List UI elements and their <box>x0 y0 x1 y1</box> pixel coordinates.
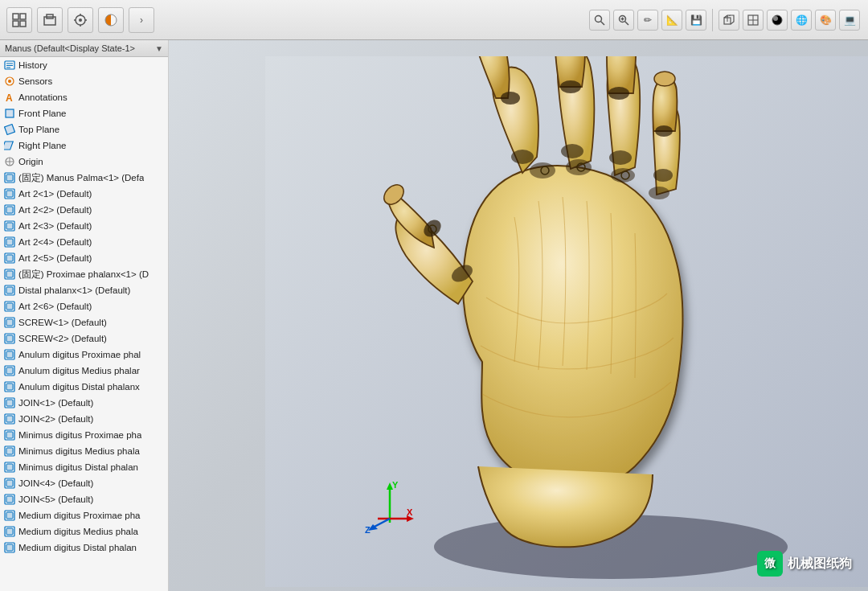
box-view-button[interactable] <box>719 10 739 31</box>
tree-item-icon <box>3 541 16 554</box>
zoom-button[interactable] <box>613 10 634 31</box>
tree-item-icon <box>3 380 16 393</box>
materials-button[interactable]: 🎨 <box>815 10 836 31</box>
tree-item[interactable]: (固定) Proximae phalanx<1> (D <box>0 266 168 282</box>
tree-item[interactable]: Sensors <box>0 73 168 89</box>
tree-item[interactable]: Art 2<6> (Default) <box>0 298 168 314</box>
tree-item[interactable]: History <box>0 57 168 73</box>
monitor-button[interactable]: 💻 <box>839 10 860 31</box>
tree-item-label: Minimus digitus Distal phalan <box>18 462 138 472</box>
svg-rect-53 <box>6 255 13 261</box>
svg-rect-2 <box>13 21 18 27</box>
svg-rect-69 <box>6 384 13 390</box>
tree-item[interactable]: Art 2<1> (Default) <box>0 186 168 202</box>
tree-item-label: Annotations <box>18 92 68 102</box>
svg-point-102 <box>655 125 673 137</box>
tree-item-icon <box>3 155 16 168</box>
view-mode-button[interactable] <box>743 10 764 31</box>
tree-item[interactable]: Anulum digitus Proximae phal <box>0 347 168 363</box>
tree-item-icon <box>3 300 16 313</box>
svg-point-99 <box>608 87 629 100</box>
tree-item[interactable]: Anulum digitus Distal phalanx <box>0 379 168 395</box>
svg-rect-71 <box>6 400 13 406</box>
axis-indicator: Y X Z <box>362 478 410 527</box>
tree-item-label: Art 2<3> (Default) <box>18 221 92 231</box>
svg-point-93 <box>501 92 520 105</box>
svg-rect-75 <box>6 432 13 438</box>
tree-item[interactable]: Art 2<2> (Default) <box>0 202 168 218</box>
svg-text:Y: Y <box>392 480 399 490</box>
arrow-right-button[interactable]: › <box>129 7 154 33</box>
tree-item-label: Anulum digitus Medius phalar <box>18 366 140 376</box>
svg-rect-38 <box>4 142 13 150</box>
tree-item[interactable]: Top Plane <box>0 121 168 137</box>
tree-item-label: Art 2<4> (Default) <box>18 237 92 247</box>
right-toolbar: ✏ 📐 💾 🌐 🎨 💻 <box>589 9 860 31</box>
tree-item[interactable]: Anulum digitus Medius phalar <box>0 363 168 379</box>
shading-button[interactable] <box>767 10 788 31</box>
render-button[interactable]: 🌐 <box>791 10 812 31</box>
tree-item-icon <box>3 123 16 136</box>
tree-item[interactable]: A Annotations <box>0 89 168 105</box>
tree-item[interactable]: SCREW<2> (Default) <box>0 330 168 347</box>
tree-item-icon <box>3 429 16 441</box>
tree-item[interactable]: Medium digitus Medius phala <box>0 523 168 540</box>
tree-item[interactable]: Minimus digitus Proximae pha <box>0 427 168 443</box>
tree-item[interactable]: JOIN<4> (Default) <box>0 475 168 491</box>
svg-rect-57 <box>6 287 13 293</box>
tree-list[interactable]: History Sensors A Annotations Front Plan… <box>0 57 168 591</box>
svg-text:X: X <box>407 507 413 517</box>
tree-item-icon <box>3 364 16 377</box>
tree-item[interactable]: JOIN<1> (Default) <box>0 395 168 411</box>
search-button[interactable] <box>589 10 610 31</box>
main-area: Manus (Default<Display State-1> ▼ Histor… <box>0 40 868 591</box>
tree-item-label: Art 2<1> (Default) <box>18 189 92 199</box>
tree-item[interactable]: Medium digitus Proximae pha <box>0 507 168 523</box>
watermark-icon: 微 <box>757 551 783 577</box>
svg-rect-81 <box>6 480 13 486</box>
svg-rect-87 <box>6 528 13 535</box>
panel-header: Manus (Default<Display State-1> ▼ <box>0 40 168 57</box>
tree-item[interactable]: JOIN<2> (Default) <box>0 411 168 427</box>
save-button2[interactable]: 💾 <box>686 10 706 31</box>
component-button[interactable] <box>37 7 63 33</box>
svg-rect-37 <box>5 125 15 135</box>
tree-item[interactable]: (固定) Manus Palma<1> (Defa <box>0 170 168 186</box>
grid-button[interactable] <box>6 7 32 33</box>
tree-item-label: Minimus digitus Medius phala <box>18 446 140 456</box>
tree-item-icon <box>3 139 16 152</box>
tree-item[interactable]: Medium digitus Distal phalan <box>0 540 168 556</box>
display-toggle-button[interactable] <box>98 7 124 33</box>
tree-item-icon <box>3 187 16 200</box>
tree-item-label: Anulum digitus Distal phalanx <box>18 382 140 392</box>
tree-item[interactable]: JOIN<5> (Default) <box>0 491 168 507</box>
tree-item-label: Art 2<6> (Default) <box>18 302 92 311</box>
tree-item[interactable]: Art 2<5> (Default) <box>0 250 168 266</box>
tree-item[interactable]: SCREW<1> (Default) <box>0 314 168 330</box>
watermark-text: 机械图纸狗 <box>788 556 852 573</box>
edit-button[interactable]: ✏ <box>637 10 658 31</box>
svg-rect-65 <box>6 351 13 358</box>
tree-item[interactable]: Origin <box>0 154 168 170</box>
tree-item[interactable]: Minimus digitus Distal phalan <box>0 459 168 475</box>
tree-item[interactable]: Art 2<3> (Default) <box>0 218 168 234</box>
tree-item[interactable]: Minimus digitus Medius phala <box>0 443 168 459</box>
tree-item-icon <box>3 509 16 522</box>
snap-button[interactable] <box>68 7 93 33</box>
tree-item-icon <box>3 284 16 297</box>
tree-item-icon <box>3 332 16 345</box>
tree-item[interactable]: Distal phalanx<1> (Default) <box>0 282 168 298</box>
tree-item[interactable]: Art 2<4> (Default) <box>0 234 168 250</box>
tree-item[interactable]: Right Plane <box>0 137 168 154</box>
tree-item-icon <box>3 107 16 120</box>
measure-button[interactable]: 📐 <box>661 10 682 31</box>
tree-item-icon <box>3 477 16 490</box>
tree-item-icon <box>3 268 16 281</box>
tree-item-label: Top Plane <box>18 125 59 134</box>
tree-item[interactable]: Front Plane <box>0 105 168 121</box>
tree-item-icon <box>3 525 16 538</box>
svg-rect-51 <box>6 239 13 245</box>
tree-item-label: Art 2<5> (Default) <box>18 253 92 263</box>
tree-item-label: (固定) Proximae phalanx<1> (D <box>18 269 149 281</box>
viewport[interactable]: Y X Z 微 机械图纸狗 <box>169 40 868 591</box>
